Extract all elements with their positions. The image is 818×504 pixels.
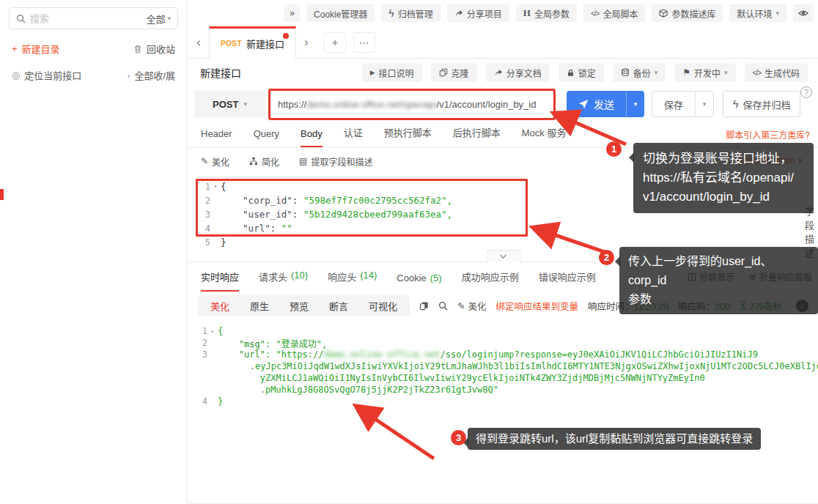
new-tab-button[interactable]: +: [324, 32, 346, 53]
paper-plane-icon: [578, 99, 589, 109]
tab-post-script[interactable]: 后执行脚本: [453, 125, 501, 147]
tab-realtime-response[interactable]: 实时响应: [201, 270, 239, 292]
backup-dropdown[interactable]: 备份 ▾: [613, 63, 666, 82]
tab-count: (5): [430, 273, 442, 284]
response-beautify-button[interactable]: ✎ 美化: [457, 299, 487, 313]
search-input[interactable]: [30, 13, 141, 24]
document-icon: ▤: [299, 156, 307, 166]
tab-header[interactable]: Header: [201, 128, 232, 147]
help-icon[interactable]: ?: [800, 86, 812, 98]
generate-code-button[interactable]: </> 生成代码: [745, 63, 808, 82]
line-number: 5: [188, 237, 210, 248]
method-label: POST: [213, 99, 238, 110]
archive-manager-label: 归档管理: [398, 7, 433, 20]
save-and-archive-button[interactable]: ϟ 保存并归档: [723, 91, 800, 117]
mode-raw[interactable]: 原生: [240, 299, 279, 313]
mode-preview[interactable]: 预览: [279, 299, 319, 313]
dev-status-dropdown[interactable]: ⚑ 开发中 ▾: [674, 63, 735, 82]
locate-current-api-button[interactable]: ◎ 定位当前接口: [12, 68, 81, 82]
recycle-bin-button[interactable]: 回收站: [133, 42, 175, 56]
send-options-caret[interactable]: ▾: [626, 91, 644, 117]
line-number: 3: [188, 349, 207, 360]
preview-eye-button[interactable]: [793, 4, 814, 22]
script-library-link[interactable]: 脚本引入第三方类库?: [726, 128, 810, 141]
bind-response-to-variable-link[interactable]: 绑定响应结果到变量: [496, 299, 579, 313]
mode-visualize[interactable]: 可视化: [358, 299, 408, 313]
fold-caret-icon[interactable]: ▾: [207, 328, 218, 335]
code-text: }: [218, 396, 223, 407]
tab-title: 新建接口: [246, 37, 284, 51]
new-folder-button[interactable]: + 新建目录: [12, 42, 60, 56]
cookie-manager-label: Cookie管理器: [314, 7, 367, 20]
share-project-button[interactable]: 分享项目: [447, 4, 509, 22]
question-mark: ?: [804, 88, 808, 97]
simplify-button[interactable]: 简化: [249, 155, 279, 168]
json-value: .pMuhkLgJ8G8OSvQgO78j5jjK2P2jTkZ23r61gtJ…: [218, 385, 498, 395]
code-line-wrap: yZXMiLCJ1aWQiOiI1NyIsInVybCI6IlwvIiwiY29…: [188, 372, 818, 384]
code-line: 1 ▾ {: [188, 325, 818, 337]
search-icon: [16, 14, 26, 23]
expand-collapse-label: 全部收/展: [134, 68, 175, 82]
save-button[interactable]: 保存 ▾: [652, 91, 714, 117]
tab-error-example[interactable]: 错误响应示例: [539, 270, 596, 292]
tab-request-headers[interactable]: 请求头(10): [259, 270, 308, 292]
cookie-manager-button[interactable]: Cookie管理器: [306, 4, 375, 22]
caret-down-icon: ▾: [243, 100, 247, 108]
search-scope-dropdown[interactable]: 全部 ▾: [146, 12, 171, 26]
mode-beautify[interactable]: 美化: [200, 299, 240, 313]
clone-button[interactable]: 克隆: [431, 63, 477, 82]
fold-caret-icon[interactable]: ▾: [210, 183, 221, 190]
tab-body[interactable]: Body: [301, 128, 323, 147]
share-doc-button[interactable]: 分享文档: [486, 63, 550, 82]
document-tabbar: ‹ POST 新建接口 › + ⋯: [188, 26, 818, 59]
method-select[interactable]: POST ▾: [194, 91, 265, 117]
extract-fields-button[interactable]: ▤ 提取字段和描述: [299, 155, 372, 168]
tab-pre-script[interactable]: 预执行脚本: [384, 125, 432, 147]
global-params-button[interactable]: H 全局参数: [516, 4, 577, 22]
tab-new-api[interactable]: POST 新建接口: [209, 26, 296, 59]
tab-scroll-left-button[interactable]: ‹: [188, 26, 209, 58]
toolbar-more-button[interactable]: »: [284, 4, 300, 22]
default-env-dropdown[interactable]: 默认环境 ▾: [729, 4, 786, 22]
url-input[interactable]: https://demo.online-office.net/openapi/v…: [268, 89, 556, 120]
lock-button[interactable]: 锁定: [559, 63, 604, 82]
archive-manager-button[interactable]: ϟ 归档管理: [381, 4, 440, 22]
tab-cookie[interactable]: Cookie(5): [397, 273, 441, 292]
ellipsis-icon: ⋯: [359, 37, 369, 48]
json-key: "corp_id": [243, 195, 292, 206]
save-label: 保存: [652, 92, 695, 116]
collapse-panel-button[interactable]: [486, 250, 520, 262]
flag-icon: ⚑: [682, 67, 690, 78]
code-text: {: [218, 326, 223, 336]
mode-assert[interactable]: 断言: [319, 299, 358, 313]
tab-auth[interactable]: 认证: [344, 125, 363, 147]
tab-scroll-right-button[interactable]: ›: [296, 26, 317, 58]
save-options-caret[interactable]: ▾: [695, 92, 713, 116]
line-number: 1: [188, 182, 210, 192]
response-beautify-label: 美化: [468, 299, 487, 313]
tab-mock-service[interactable]: Mock 服务: [522, 125, 567, 147]
api-description-button[interactable]: ▶ 接口说明: [362, 63, 422, 82]
beautify-label: 美化: [212, 155, 229, 168]
search-box[interactable]: 全部 ▾: [9, 7, 178, 29]
tab-success-example[interactable]: 成功响应示例: [462, 270, 519, 292]
plus-icon: +: [12, 43, 18, 54]
copy-icon[interactable]: [419, 301, 429, 311]
sidebar: 全部 ▾ + 新建目录 回收站 ◎ 定位当前接口 › 全部收/展: [0, 0, 188, 504]
json-key: "user_id": [243, 209, 292, 220]
tab-response-headers[interactable]: 响应头(14): [328, 270, 377, 292]
json-key: "url": [243, 223, 270, 234]
code-line: 4 }: [188, 396, 818, 407]
dev-status-label: 开发中: [694, 67, 721, 79]
tab-query[interactable]: Query: [254, 128, 279, 147]
tab-more-button[interactable]: ⋯: [353, 32, 375, 53]
expand-collapse-all-button[interactable]: › 全部收/展: [128, 68, 175, 82]
send-button[interactable]: 发送 ▾: [567, 91, 644, 117]
beautify-button[interactable]: ✎ 美化: [201, 155, 229, 168]
chevron-left-icon: ‹: [196, 36, 200, 49]
global-script-button[interactable]: </> 全局脚本: [583, 4, 645, 22]
search-icon[interactable]: [438, 301, 448, 311]
send-label: 发送: [594, 97, 614, 111]
param-description-lib-button[interactable]: 参数描述库: [652, 4, 723, 22]
generate-code-label: 生成代码: [764, 67, 800, 79]
